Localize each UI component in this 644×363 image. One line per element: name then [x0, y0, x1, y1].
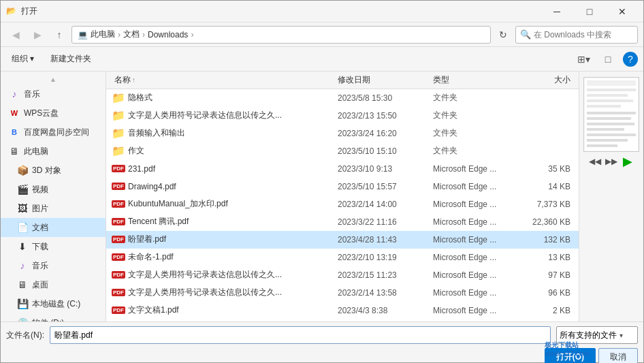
sep1: › [118, 30, 120, 40]
svg-rect-6 [587, 112, 636, 114]
col-date[interactable]: 修改日期 [335, 74, 430, 86]
sidebar-item-3d[interactable]: 📦 3D 对象 [1, 161, 106, 180]
table-row[interactable]: PDF Drawing4.pdf 2023/5/10 15:57 Microso… [106, 178, 579, 195]
file-date: 2023/2/13 15:50 [335, 111, 430, 121]
file-date: 2023/2/15 11:23 [335, 270, 430, 280]
refresh-button[interactable]: ↻ [494, 25, 513, 44]
main-content: ▲ ♪ 音乐 W WPS云盘 B 百度网盘同步空间 🖥 此电脑 📦 3D 对象 [1, 72, 643, 321]
svg-rect-12 [587, 144, 617, 147]
search-box[interactable]: 🔍 [515, 26, 638, 44]
video-icon: 🎬 [17, 184, 28, 195]
table-row[interactable]: PDF 未命名-1.pdf 2023/2/10 13:19 Microsoft … [106, 249, 579, 266]
file-size: 96 KB [519, 288, 573, 298]
file-name: 231.pdf [128, 164, 335, 174]
table-row[interactable]: PDF 文字是人类用符号记录表达信息以传之久... 2023/2/15 11:2… [106, 266, 579, 284]
file-size: 132 KB [519, 235, 573, 244]
file-name: KubuntuManual_加水印.pdf [128, 198, 335, 210]
file-date: 2023/5/8 15:30 [335, 93, 430, 103]
table-row[interactable]: PDF 文字是人类用符号记录表达信息以传之久... 2023/2/14 13:5… [106, 284, 579, 302]
sidebar-item-pic[interactable]: 🖼 图片 [1, 199, 106, 218]
watermark-line2: www.x27.com [545, 350, 590, 358]
breadcrumb-downloads: Downloads [148, 30, 188, 40]
sidebar-item-diskc[interactable]: 💾 本地磁盘 (C:) [1, 294, 106, 313]
action-bar: 组织 ▾ 新建文件夹 ⊞▾ □ ? [1, 47, 643, 72]
file-icon: PDF [112, 215, 125, 229]
3d-icon: 📦 [17, 165, 28, 176]
sidebar-scroll-up[interactable]: ▲ [1, 74, 106, 84]
sidebar-item-video[interactable]: 🎬 视频 [1, 180, 106, 199]
preview-prev-button[interactable]: ◀◀ [588, 155, 602, 168]
table-row[interactable]: PDF 文字文稿1.pdf 2023/4/3 8:38 Microsoft Ed… [106, 302, 579, 319]
sidebar-label-pic: 图片 [32, 203, 100, 215]
svg-rect-10 [587, 133, 636, 136]
up-button[interactable]: ↑ [50, 25, 69, 44]
pic-icon: 🖼 [17, 203, 28, 214]
breadcrumb[interactable]: 💻 此电脑 › 文档 › Downloads › [71, 26, 491, 44]
preview-next-button[interactable]: ▶▶ [605, 155, 618, 168]
sidebar-item-music[interactable]: ♪ 音乐 [1, 84, 106, 104]
table-row[interactable]: PDF KubuntuManual_加水印.pdf 2023/2/14 14:0… [106, 195, 579, 213]
file-list[interactable]: 📁 隐格式 2023/5/8 15:30 文件夹 📁 文字是人类用符号记录表达信… [106, 89, 579, 321]
sep3: › [191, 30, 193, 40]
file-date: 2023/3/24 16:20 [335, 129, 430, 138]
preview-svg [584, 78, 639, 151]
sidebar-item-diskd[interactable]: 💿 软件 (D:) [1, 313, 106, 321]
new-folder-button[interactable]: 新建文件夹 [45, 50, 97, 68]
sidebar-item-doc[interactable]: 📄 文档 [1, 218, 106, 237]
back-button[interactable]: ◀ [6, 25, 25, 44]
file-type: Microsoft Edge ... [430, 288, 519, 298]
file-size: 35 KB [519, 164, 573, 174]
app-icon: 📂 [6, 6, 17, 17]
organize-button[interactable]: 组织 ▾ [6, 50, 39, 68]
cancel-button[interactable]: 取消 [598, 348, 638, 363]
sidebar-label-wps: WPS云盘 [24, 108, 100, 119]
table-row[interactable]: 📁 音频输入和输出 2023/3/24 16:20 文件夹 [106, 125, 579, 142]
sidebar-item-wps[interactable]: W WPS云盘 [1, 104, 106, 123]
table-row[interactable]: 📁 文字是人类用符号记录表达信息以传之久... 2023/2/13 15:50 … [106, 107, 579, 125]
search-input[interactable] [534, 30, 636, 40]
pane-button[interactable]: □ [598, 50, 617, 69]
table-row[interactable]: PDF 作文.pdf 2023/4/24 10:55 Microsoft Edg… [106, 319, 579, 321]
file-name: 未命名-1.pdf [128, 251, 335, 263]
svg-rect-1 [587, 80, 636, 86]
col-size[interactable]: 大小 [519, 74, 573, 86]
sidebar-item-down[interactable]: ⬇ 下载 [1, 237, 106, 256]
sidebar-item-desk[interactable]: 🖥 桌面 [1, 275, 106, 294]
file-icon: 📁 [112, 91, 125, 105]
svg-rect-4 [587, 99, 633, 102]
col-name-label: 名称 [114, 74, 131, 86]
sidebar-item-pc[interactable]: 🖥 此电脑 [1, 142, 106, 161]
table-row[interactable]: 📁 隐格式 2023/5/8 15:30 文件夹 [106, 89, 579, 107]
preview-nav: ◀◀ ▶▶ ▶ [588, 155, 634, 168]
music2-icon: ♪ [17, 260, 28, 271]
table-row[interactable]: PDF 盼望着.pdf 2023/4/28 11:43 Microsoft Ed… [106, 231, 579, 249]
file-name: Drawing4.pdf [128, 182, 335, 191]
view-button[interactable]: ⊞▾ [574, 50, 593, 69]
close-button[interactable]: ✕ [607, 1, 638, 22]
forward-button[interactable]: ▶ [28, 25, 47, 44]
preview-play-button[interactable]: ▶ [621, 155, 634, 168]
file-name: 盼望着.pdf [128, 234, 335, 245]
file-icon: PDF [112, 251, 125, 264]
file-icon: PDF [112, 321, 125, 322]
minimize-button[interactable]: ─ [541, 1, 573, 22]
sidebar-label-diskc: 本地磁盘 (C:) [32, 298, 100, 310]
sidebar-item-baidu[interactable]: B 百度网盘同步空间 [1, 123, 106, 142]
preview-panel: ◀◀ ▶▶ ▶ [579, 72, 643, 321]
col-type[interactable]: 类型 [430, 74, 519, 86]
dropdown-arrow-icon: ▾ [619, 332, 623, 339]
filename-input[interactable] [50, 326, 551, 344]
maximize-button[interactable]: □ [574, 1, 605, 22]
sidebar-item-music2[interactable]: ♪ 音乐 [1, 256, 106, 275]
table-row[interactable]: PDF Tencent 腾讯.pdf 2023/3/22 11:16 Micro… [106, 213, 579, 231]
table-row[interactable]: PDF 231.pdf 2023/3/10 9:13 Microsoft Edg… [106, 160, 579, 178]
file-date: 2023/3/10 9:13 [335, 164, 430, 174]
sidebar-label-3d: 3D 对象 [32, 165, 100, 176]
help-button[interactable]: ? [623, 52, 638, 67]
sidebar-label-desk: 桌面 [32, 279, 100, 291]
open-dialog: 📂 打开 ─ □ ✕ ◀ ▶ ↑ 💻 此电脑 › 文档 › Downloads … [0, 0, 644, 363]
file-icon: 📁 [112, 127, 125, 140]
table-row[interactable]: 📁 作文 2023/5/10 15:10 文件夹 [106, 142, 579, 160]
col-name[interactable]: 名称 ↑ [112, 74, 335, 86]
file-size: 2 KB [519, 306, 573, 315]
